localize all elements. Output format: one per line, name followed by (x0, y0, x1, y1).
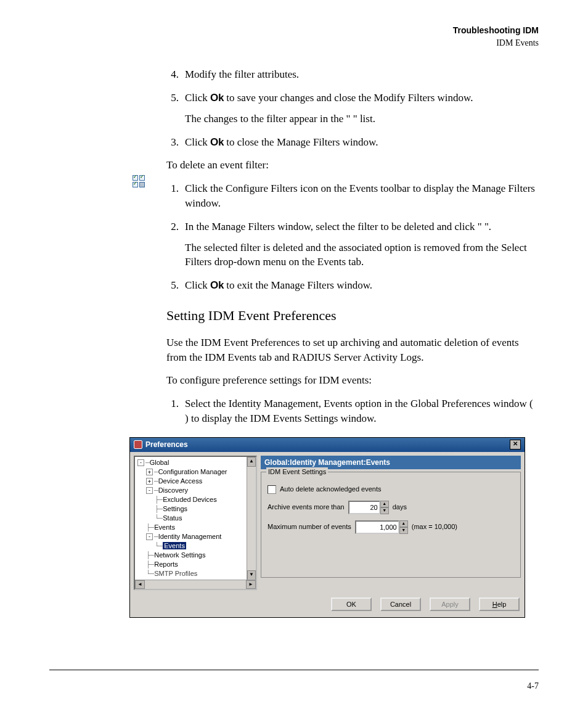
apply-button[interactable]: Apply (430, 597, 470, 611)
step-subtext: The selected filter is deleted and the a… (185, 240, 539, 270)
tree-node[interactable]: Identity Management (158, 533, 222, 540)
preferences-window: Preferences ✕ -─Global +─Configuration M… (129, 437, 525, 618)
step-text: Click Ok to close the Manage Filters win… (185, 135, 539, 150)
ok-button[interactable]: OK (331, 597, 372, 611)
archive-days-input[interactable] (348, 501, 380, 514)
step-number: 2. (166, 220, 179, 269)
tree-node-selected[interactable]: Events (163, 542, 186, 549)
scroll-left-icon: ◄ (135, 580, 145, 589)
step-subtext: The changes to the filter appear in the … (185, 112, 539, 126)
step-number: 3. (166, 135, 179, 150)
max-events-label: Maximum number of events (267, 522, 351, 532)
max-events-stepper[interactable]: ▲▼ (355, 520, 408, 534)
step-text: Click Ok to save your changes and close … (185, 91, 539, 126)
tree-node[interactable]: Settings (163, 505, 187, 512)
tree-node[interactable]: Reports (154, 560, 178, 568)
delete-step-2: 2. In the Manage Filters window, select … (166, 220, 539, 269)
scroll-up-icon: ▲ (247, 457, 256, 467)
delete-intro: To delete an event filter: (166, 158, 539, 173)
spin-down-icon: ▼ (380, 507, 389, 514)
step-number: 5. (166, 91, 179, 126)
groupbox-label: IDM Event Settings (266, 467, 328, 477)
step-text: Click the Configure Filters icon on the … (185, 181, 539, 211)
step-text: In the Manage Filters window, select the… (185, 220, 539, 269)
delete-step-1: 1. Click the Configure Filters icon on t… (166, 181, 539, 211)
tree-node[interactable]: Device Access (158, 477, 203, 485)
step-4: 4. Modify the filter attributes. (166, 67, 539, 82)
tree-node[interactable]: Events (154, 523, 175, 531)
spin-up-icon: ▲ (380, 501, 389, 507)
delete-step-5: 5. Click Ok to exit the Manage Filters w… (166, 278, 539, 293)
tree-node[interactable]: Excluded Devices (163, 496, 216, 503)
archive-days-label: days (393, 503, 407, 512)
tree-node[interactable]: Discovery (158, 486, 188, 494)
page-header: Troubleshooting IDM IDM Events (49, 25, 539, 49)
footer-divider (49, 670, 539, 670)
section-paragraph-2: To configure preference settings for IDM… (166, 373, 539, 388)
auto-delete-checkbox[interactable] (267, 485, 276, 494)
step-number: 1. (166, 181, 179, 211)
max-events-suffix: (max = 10,000) (412, 522, 457, 532)
preferences-tree[interactable]: -─Global +─Configuration Manager +─Devic… (134, 456, 257, 590)
scrollbar-horizontal[interactable]: ◄ ► (135, 580, 256, 589)
close-icon[interactable]: ✕ (510, 440, 521, 449)
pref-step-1: 1. Select the Identity Management, Event… (166, 396, 539, 426)
spin-down-icon: ▼ (399, 527, 408, 534)
cancel-button[interactable]: Cancel (380, 597, 421, 611)
window-title: Preferences (145, 440, 188, 450)
step-number: 5. (166, 278, 179, 293)
app-icon (134, 440, 142, 449)
section-paragraph-1: Use the IDM Event Preferences to set up … (166, 335, 539, 365)
step-3: 3. Click Ok to close the Manage Filters … (166, 135, 539, 150)
configure-filters-icon: ✓✓✓ (133, 175, 147, 190)
spin-up-icon: ▲ (399, 520, 408, 527)
tree-node-global[interactable]: Global (150, 459, 169, 466)
tree-node[interactable]: Status (163, 514, 182, 522)
tree-node[interactable]: Configuration Manager (158, 468, 227, 475)
tree-node[interactable]: SMTP Profiles (154, 570, 197, 577)
page-number: 4-7 (527, 680, 539, 692)
archive-label: Archive events more than (267, 503, 345, 512)
max-events-input[interactable] (355, 520, 399, 534)
titlebar[interactable]: Preferences ✕ (130, 438, 525, 452)
auto-delete-label: Auto delete acknowledged events (280, 485, 382, 494)
scroll-right-icon: ► (246, 580, 256, 589)
step-text: Modify the filter attributes. (185, 67, 539, 82)
scrollbar-vertical[interactable]: ▲ ▼ (247, 457, 256, 580)
step-text: Select the Identity Management, Events o… (185, 396, 539, 426)
archive-days-stepper[interactable]: ▲▼ (348, 501, 389, 514)
step-number: 4. (166, 67, 179, 82)
scroll-down-icon: ▼ (247, 570, 256, 580)
step-5: 5. Click Ok to save your changes and clo… (166, 91, 539, 126)
tree-node[interactable]: Network Settings (154, 551, 205, 559)
step-text: Click Ok to exit the Manage Filters wind… (185, 278, 539, 293)
idm-event-settings-group: IDM Event Settings Auto delete acknowled… (261, 472, 521, 578)
header-title: Troubleshooting IDM (49, 25, 539, 37)
section-heading: Setting IDM Event Preferences (166, 306, 539, 326)
header-subtitle: IDM Events (49, 37, 539, 49)
step-number: 1. (166, 396, 179, 426)
help-button[interactable]: Help (479, 597, 520, 611)
